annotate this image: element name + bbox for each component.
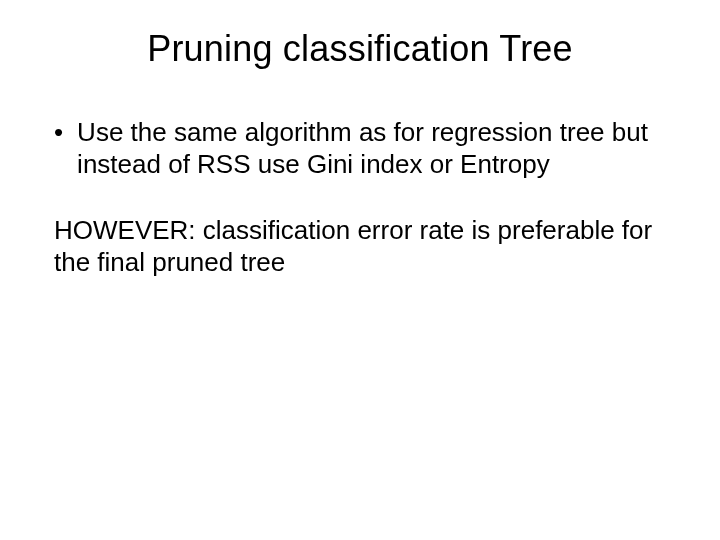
slide: Pruning classification Tree • Use the sa… (0, 0, 720, 540)
body-paragraph: HOWEVER: classification error rate is pr… (48, 214, 672, 278)
slide-title: Pruning classification Tree (48, 28, 672, 70)
bullet-text: Use the same algorithm as for regression… (77, 116, 672, 180)
bullet-item: • Use the same algorithm as for regressi… (48, 116, 672, 180)
bullet-marker-icon: • (54, 116, 63, 148)
